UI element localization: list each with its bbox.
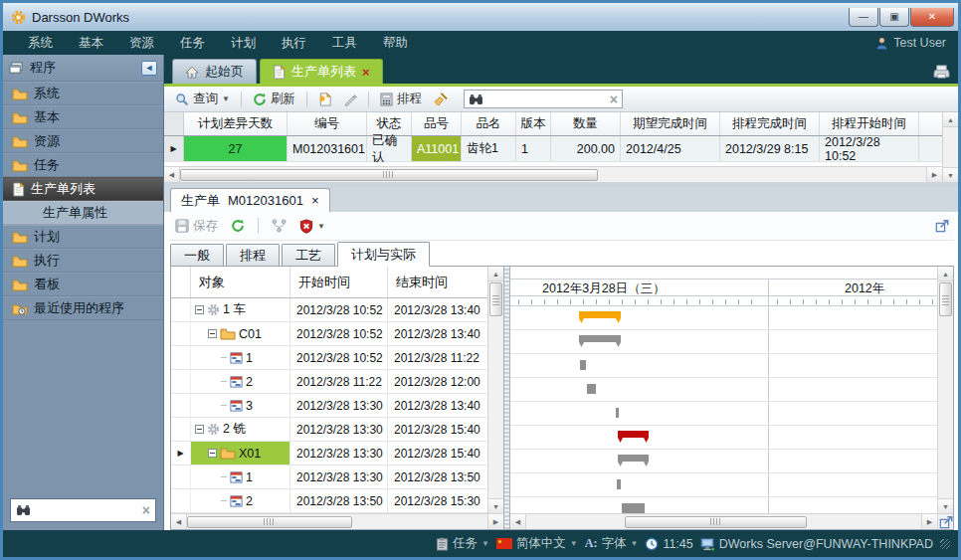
tree-horizontal-scrollbar[interactable]: ◀ ▶ (171, 513, 503, 529)
vertical-splitter[interactable] (503, 267, 510, 529)
sidebar-item-生产单列表[interactable]: 生产单列表 (3, 177, 163, 201)
sidebar-item-基本[interactable]: 基本 (3, 105, 163, 129)
cancel-confirm-button[interactable]: ▼ (296, 217, 328, 236)
grid-col-品号[interactable]: 品号 (412, 112, 462, 135)
scroll-down-icon[interactable]: ▼ (938, 498, 953, 513)
tree-row-1[interactable]: 12012/3/28 13:302012/3/28 13:50 (171, 466, 487, 489)
tree-expander-icon[interactable] (195, 305, 204, 314)
menu-item-基本[interactable]: 基本 (66, 32, 116, 55)
scroll-up-icon[interactable]: ▲ (488, 267, 503, 281)
doc-tab-close-icon[interactable]: × (311, 193, 319, 208)
font-dropdown-icon[interactable]: ▼ (630, 539, 638, 548)
tab-production-order-list[interactable]: 生产单列表 × (260, 59, 383, 84)
tree-row-2 铣[interactable]: 2 铣2012/3/28 13:302012/3/28 15:40 (171, 418, 487, 442)
grid-col-数量[interactable]: 数量 (551, 112, 621, 135)
gantt-vertical-scrollbar[interactable]: ▲ ▼ (937, 267, 953, 513)
tree-row-2[interactable]: 22012/3/28 11:222012/3/28 12:00 (171, 370, 487, 394)
grid-col-版本[interactable]: 版本 (516, 112, 551, 135)
grid-horizontal-scrollbar[interactable]: ◀ ▶ (164, 166, 942, 182)
sidebar-item-最近使用的程序[interactable]: 最近使用的程序 (3, 296, 163, 320)
edit-button[interactable] (340, 91, 360, 108)
detail-doc-tab[interactable]: 生产单 M012031601 × (170, 188, 330, 212)
grid-col-计划差异天数[interactable]: 计划差异天数 (184, 112, 288, 135)
font-selector[interactable]: A: 字体 ▼ (585, 535, 639, 552)
resize-grip[interactable] (940, 539, 950, 549)
detail-tab-工艺[interactable]: 工艺 (282, 244, 335, 266)
scroll-right-icon[interactable]: ▶ (926, 167, 942, 182)
gantt-bar-summary[interactable] (579, 335, 621, 342)
detail-tab-一般[interactable]: 一般 (170, 244, 224, 266)
list-search-input[interactable] (487, 93, 606, 106)
detail-tab-计划与实际[interactable]: 计划与实际 (337, 242, 430, 267)
grid-col-期望完成时间[interactable]: 期望完成时间 (621, 112, 720, 135)
tree-row-3[interactable]: 32012/3/28 13:302012/3/28 13:40 (171, 394, 487, 418)
tab-home[interactable]: 起始页 (172, 59, 257, 84)
menu-item-帮助[interactable]: 帮助 (370, 32, 421, 55)
sidebar-item-执行[interactable]: 执行 (3, 249, 163, 273)
tree-vscroll-thumb[interactable] (489, 282, 502, 316)
menu-item-工具[interactable]: 工具 (319, 32, 370, 55)
maximize-button[interactable]: ▣ (879, 8, 909, 27)
sidebar-item-生产单属性[interactable]: 生产单属性 (3, 201, 163, 225)
scroll-up-icon[interactable]: ▲ (943, 112, 958, 127)
sidebar-search-input[interactable] (35, 503, 138, 517)
tree-expander-icon[interactable] (208, 329, 217, 338)
query-dropdown-icon[interactable]: ▼ (222, 94, 230, 103)
scroll-left-icon[interactable]: ◀ (171, 514, 187, 529)
menu-item-计划[interactable]: 计划 (218, 32, 269, 55)
tree-expander-icon[interactable] (208, 449, 217, 458)
tree-hscroll-thumb[interactable] (187, 516, 352, 528)
refresh-button[interactable]: 刷新 (250, 89, 298, 109)
task-dropdown-icon[interactable]: ▼ (481, 539, 489, 548)
grid-col-品名[interactable]: 品名 (462, 112, 516, 135)
tab-close-icon[interactable]: × (362, 65, 370, 80)
tree-expander-icon[interactable] (195, 425, 204, 434)
sidebar-item-资源[interactable]: 资源 (3, 129, 163, 153)
tree-row-2[interactable]: 22012/3/28 13:502012/3/28 15:30 (171, 489, 487, 513)
gantt-bar-task[interactable] (587, 384, 596, 394)
list-search-clear-icon[interactable]: × (610, 92, 618, 107)
grid-col-编号[interactable]: 编号 (288, 112, 367, 135)
new-button[interactable] (315, 90, 335, 108)
gantt-bar-task[interactable] (616, 408, 619, 418)
gantt-expand-button[interactable] (937, 513, 953, 529)
scroll-left-icon[interactable]: ◀ (164, 167, 180, 182)
shield-dropdown-icon[interactable]: ▼ (317, 222, 325, 231)
minimize-button[interactable]: — (849, 8, 878, 27)
menu-item-系统[interactable]: 系统 (15, 32, 66, 55)
menu-item-执行[interactable]: 执行 (269, 32, 319, 55)
save-button[interactable]: 保存 (172, 216, 221, 237)
col-object[interactable]: 对象 (191, 267, 290, 297)
tree-row-1[interactable]: 12012/3/28 10:522012/3/28 11:22 (171, 346, 487, 370)
gantt-hscroll-thumb[interactable] (625, 516, 807, 528)
col-start-time[interactable]: 开始时间 (290, 267, 388, 297)
detail-refresh-button[interactable] (228, 217, 248, 235)
gantt-bar-task[interactable] (622, 503, 645, 513)
grid-col-排程完成时间[interactable]: 排程完成时间 (720, 112, 820, 135)
scroll-right-icon[interactable]: ▶ (921, 514, 937, 529)
gantt-horizontal-scrollbar[interactable]: ◀ ▶ (510, 513, 937, 529)
detail-tab-排程[interactable]: 排程 (226, 244, 280, 266)
grid-col-排程开始时间[interactable]: 排程开始时间 (820, 112, 919, 135)
gantt-vscroll-thumb[interactable] (939, 282, 952, 316)
tree-vertical-scrollbar[interactable]: ▲ ▼ (487, 267, 503, 513)
gantt-bar-task[interactable] (617, 479, 621, 489)
grid-hscroll-thumb[interactable] (180, 169, 598, 181)
tree-row-X01[interactable]: ▶X012012/3/28 13:302012/3/28 15:40 (171, 442, 487, 466)
task-status-button[interactable]: 任务 ▼ (436, 535, 489, 552)
workflow-button[interactable] (269, 217, 289, 235)
table-row[interactable]: ▶27M012031601已确认A11001齿轮11200.002012/4/2… (164, 136, 942, 162)
gantt-bar-summary[interactable] (618, 455, 649, 462)
printer-icon[interactable] (933, 65, 950, 80)
scroll-left-icon[interactable]: ◀ (510, 514, 526, 529)
language-dropdown-icon[interactable]: ▼ (570, 539, 578, 548)
sidebar-collapse-button[interactable]: ◄ (141, 61, 157, 76)
tree-row-1 车[interactable]: 1 车2012/3/28 10:522012/3/28 13:40 (171, 298, 487, 322)
scroll-up-icon[interactable]: ▲ (938, 267, 953, 281)
tree-row-C01[interactable]: C012012/3/28 10:522012/3/28 13:40 (171, 322, 487, 346)
gantt-bar-task[interactable] (580, 360, 586, 370)
current-user[interactable]: Test User (875, 36, 946, 50)
open-external-button[interactable] (932, 217, 952, 235)
scroll-down-icon[interactable]: ▼ (943, 167, 958, 182)
grid-vertical-scrollbar[interactable]: ▲ ▼ (942, 112, 958, 182)
